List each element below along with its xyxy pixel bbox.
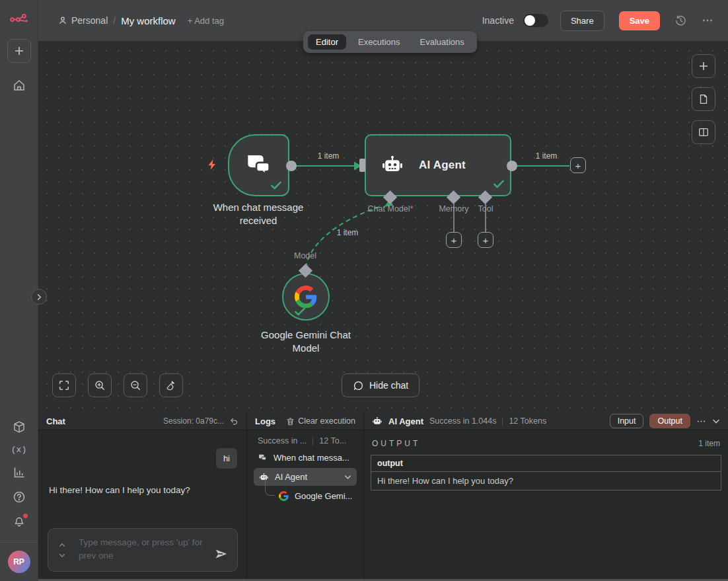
- output-cell-value[interactable]: Hi there! How can I help you today?: [371, 472, 721, 490]
- fit-view-button[interactable]: [52, 373, 76, 397]
- home-icon[interactable]: [13, 79, 26, 92]
- logs-summary-tokens: 12 To...: [319, 436, 346, 445]
- zoom-out-button[interactable]: [124, 373, 147, 397]
- chat-session: Session: 0a79c...: [163, 416, 238, 426]
- output-section-header: OUTPUT 1 item: [364, 430, 728, 453]
- logs-panel: Logs Clear execution Success in ... 12 T…: [246, 412, 363, 581]
- chat-message-input[interactable]: [79, 536, 204, 566]
- breadcrumb: Personal / My workflow + Add tag: [58, 15, 224, 26]
- n8n-logo-icon[interactable]: [9, 11, 29, 25]
- canvas-controls: [52, 373, 183, 397]
- n8n-workflow-editor: (x) RP: [0, 0, 728, 581]
- memory-port-label: Memory: [435, 204, 472, 213]
- trigger-success-check-icon: [270, 178, 283, 192]
- chevron-down-icon[interactable]: [344, 475, 351, 480]
- details-node-name: AI Agent: [388, 416, 423, 426]
- edge-items-label: 1 item: [534, 151, 558, 161]
- insights-icon[interactable]: [13, 466, 26, 479]
- chat-bubbles-icon: [258, 453, 268, 462]
- zoom-in-button[interactable]: [88, 373, 112, 397]
- project-breadcrumb[interactable]: Personal: [58, 15, 108, 26]
- expand-sidebar-handle[interactable]: [31, 289, 47, 305]
- log-item-trigger[interactable]: When chat messa...: [247, 449, 363, 467]
- toggle-knob: [525, 15, 535, 26]
- logs-summary-row: Success in ... 12 To...: [247, 430, 363, 449]
- help-icon[interactable]: [13, 490, 26, 504]
- output-column-header: output: [371, 455, 721, 472]
- google-g-icon: [279, 491, 289, 501]
- sidebar-divider: [0, 542, 38, 543]
- chat-title: Chat: [46, 416, 65, 426]
- more-options-icon[interactable]: [702, 15, 713, 26]
- agent-output-port[interactable]: [507, 161, 517, 171]
- topbar-actions: Inactive Share Save: [482, 11, 713, 31]
- add-next-node-button[interactable]: +: [570, 157, 586, 173]
- node-ai-agent[interactable]: AI Agent: [365, 134, 511, 196]
- details-more-icon[interactable]: [696, 416, 706, 426]
- logs-panel-header: Logs Clear execution: [247, 412, 363, 430]
- activation-toggle[interactable]: [523, 14, 548, 27]
- bottom-dock: Chat Session: 0a79c... hi Hi there! How …: [38, 412, 728, 581]
- divider: [502, 417, 503, 426]
- add-tool-button[interactable]: +: [478, 232, 493, 248]
- logs-title: Logs: [255, 416, 275, 426]
- trigger-node-label: When chat message received: [196, 201, 321, 227]
- tree-elbow: [265, 479, 275, 496]
- chat-message-bot: Hi there! How can I help you today?: [49, 485, 190, 495]
- collapse-panel-icon[interactable]: [712, 418, 720, 424]
- toggle-panel-button[interactable]: [692, 120, 715, 144]
- breadcrumb-separator: /: [113, 15, 116, 26]
- user-avatar[interactable]: RP: [8, 551, 30, 573]
- chat-bubbles-icon: [244, 152, 273, 178]
- chevron-up-icon[interactable]: [59, 543, 65, 547]
- variables-icon[interactable]: (x): [11, 445, 26, 455]
- templates-icon[interactable]: [13, 420, 26, 434]
- workflow-title[interactable]: My workflow: [121, 15, 176, 26]
- notifications-bell-icon[interactable]: [13, 515, 26, 528]
- version-history-icon[interactable]: [674, 15, 687, 27]
- divider: [312, 437, 313, 445]
- logs-summary-status: Success in ...: [258, 436, 307, 445]
- output-table: output Hi there! How can I help you toda…: [371, 455, 721, 490]
- agent-success-check-icon: [492, 177, 505, 190]
- robot-icon: [381, 155, 404, 176]
- add-memory-button[interactable]: +: [446, 232, 462, 248]
- model-port-label: Model: [287, 251, 324, 260]
- robot-icon: [372, 416, 382, 426]
- person-icon: [58, 16, 67, 25]
- tab-executions[interactable]: Executions: [350, 34, 408, 50]
- agent-input-port[interactable]: [359, 159, 365, 172]
- add-tag-button[interactable]: + Add tag: [188, 16, 224, 26]
- chat-panel: Chat Session: 0a79c... hi Hi there! How …: [38, 412, 246, 581]
- output-tab-button[interactable]: Output: [649, 414, 690, 428]
- input-tab-button[interactable]: Input: [610, 414, 644, 428]
- details-panel-header: AI Agent Success in 1.044s 12 Tokens Inp…: [364, 412, 728, 430]
- reset-session-icon[interactable]: [229, 416, 238, 426]
- message-history-arrows: [59, 529, 65, 571]
- trigger-output-port[interactable]: [286, 161, 297, 171]
- trash-icon: [286, 417, 295, 426]
- send-message-icon[interactable]: [214, 547, 229, 561]
- edge-items-label: 1 item: [332, 228, 363, 237]
- tab-editor[interactable]: Editor: [308, 34, 346, 50]
- clear-execution-button[interactable]: Clear execution: [286, 416, 355, 426]
- chat-panel-header: Chat Session: 0a79c...: [38, 412, 246, 430]
- tab-evaluations[interactable]: Evaluations: [412, 34, 472, 50]
- chat-input-box: [48, 528, 238, 572]
- log-item-model[interactable]: Google Gemi...: [247, 487, 363, 505]
- chevron-down-icon[interactable]: [59, 553, 65, 558]
- workflow-canvas[interactable]: [38, 41, 728, 412]
- tool-port-label: Tool: [474, 204, 497, 213]
- notification-dot: [23, 514, 28, 518]
- output-section-title: OUTPUT: [372, 439, 420, 448]
- share-button[interactable]: Share: [560, 11, 604, 31]
- create-workflow-button[interactable]: [7, 39, 31, 63]
- chat-model-port-label: Chat Model*: [360, 204, 421, 213]
- add-sticky-note-button[interactable]: [692, 87, 715, 111]
- tidy-up-button[interactable]: [159, 373, 183, 397]
- add-node-button[interactable]: [692, 54, 715, 78]
- output-items-count: 1 item: [698, 439, 720, 448]
- edge-items-label: 1 item: [316, 151, 340, 161]
- hide-chat-button[interactable]: Hide chat: [342, 373, 419, 397]
- save-button[interactable]: Save: [619, 11, 660, 30]
